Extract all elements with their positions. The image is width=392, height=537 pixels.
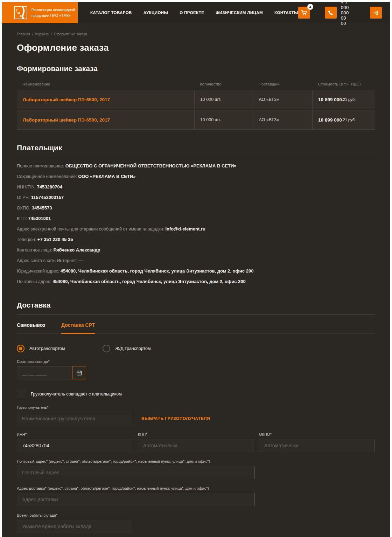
- phone-group: + 7 000 000 00 00: [325, 0, 349, 26]
- quantity-cell: 10 000 шт.: [200, 117, 221, 122]
- payer-section: Плательщик Полное наименование: ОБЩЕСТВО…: [17, 144, 375, 287]
- consignee-field: ВЫБРАТЬ ГРУЗОПОЛУЧАТЕЛЯ: [17, 412, 375, 425]
- radio-dot: [103, 345, 110, 352]
- column-header-price: Стоимость (в т.ч. НДС): [313, 82, 375, 86]
- svg-text:К: К: [20, 14, 22, 18]
- phone-icon[interactable]: [325, 7, 337, 19]
- codes-row: ИНН* КПП* ОКПО*: [17, 425, 375, 452]
- column-header-qty: Количество: [194, 82, 253, 86]
- column-header-supplier: Поставщик: [253, 82, 313, 86]
- page: Т М К Реализация неликвидной продукции П…: [2, 2, 390, 537]
- payer-field: Адрес электронной почты для отправки соо…: [17, 224, 375, 234]
- calendar-icon: [76, 370, 82, 376]
- app-header: Т М К Реализация неликвидной продукции П…: [2, 2, 390, 23]
- cart-button[interactable]: 4: [298, 7, 310, 19]
- page-title: Оформление заказа: [17, 42, 375, 53]
- transport-radios: Автотранспортом Ж/Д транспортом: [17, 345, 375, 352]
- payer-field: Контактное лицо: Рябченко Александр: [17, 245, 375, 255]
- table-row: Лабораторный шейкер ПЭ-6500, 2017 10 000…: [17, 110, 375, 130]
- payer-field: ОКПО: 34545573: [17, 203, 375, 213]
- tab-pickup[interactable]: Самовывоз: [17, 322, 45, 333]
- product-link[interactable]: Лабораторный шейкер ПЭ-6500, 2017: [23, 117, 110, 123]
- delivery-tabs: Самовывоз Доставка CPT: [17, 322, 375, 333]
- warehouse-hours-label: Время работы склада*: [17, 513, 375, 517]
- inn-input[interactable]: [17, 439, 132, 452]
- calendar-button[interactable]: [72, 366, 86, 379]
- breadcrumb-separator: /: [32, 32, 33, 36]
- logout-icon: [373, 10, 379, 16]
- okpo-input[interactable]: [259, 439, 374, 452]
- nav-item-catalog[interactable]: КАТАЛОГ ТОВАРОВ: [90, 11, 132, 15]
- table-row: Лабораторный шейкер ПЭ-6500, 2017 10 000…: [17, 90, 375, 109]
- breadcrumb-current: Оформление заказа: [54, 32, 87, 36]
- tab-delivery-cpt[interactable]: Доставка CPT: [61, 322, 95, 334]
- consignee-input[interactable]: [17, 412, 132, 425]
- nav-item-about[interactable]: О ПРОЕКТЕ: [180, 11, 204, 15]
- checkbox-box: [17, 390, 25, 398]
- radio-auto-transport[interactable]: Автотранспортом: [17, 345, 65, 352]
- postal-address-label: Почтовый адрес* (индекс*, страна*, облас…: [17, 459, 375, 463]
- payer-details: Полное наименование: ОБЩЕСТВО С ОГРАНИЧЕ…: [17, 161, 375, 287]
- inn-label: ИНН*: [17, 432, 132, 436]
- radio-rail-transport[interactable]: Ж/Д транспортом: [103, 345, 150, 352]
- payer-field: ИНН/TIN: 7453280704: [17, 182, 375, 192]
- logout-button[interactable]: [370, 7, 382, 19]
- breadcrumb-cart[interactable]: Корзина: [35, 32, 49, 36]
- payer-field: КПП: 745301001: [17, 213, 375, 224]
- order-table-header: Наименование Количество Поставщик Стоимо…: [17, 78, 375, 90]
- column-header-name: Наименование: [17, 82, 194, 86]
- cart-badge: 4: [307, 4, 313, 10]
- kpp-input[interactable]: [138, 439, 253, 452]
- payer-field: Юридический адрес: 454080, Челябинская о…: [17, 266, 375, 276]
- radio-dot: [17, 345, 24, 352]
- warehouse-hours-input[interactable]: [17, 520, 132, 533]
- header-phone-number: + 7 000 000 00 00: [341, 0, 349, 26]
- delivery-section-title: Доставка: [17, 301, 375, 309]
- payer-field: Полное наименование: ОБЩЕСТВО С ОГРАНИЧЕ…: [17, 161, 375, 171]
- payer-field: Телефон: +7 351 220 45 35: [17, 234, 375, 245]
- consignee-label: Грузополучатель*: [17, 405, 375, 409]
- supplier-cell: АО «ВТЗ»: [259, 117, 279, 122]
- breadcrumb-separator: /: [51, 32, 52, 36]
- choose-consignee-link[interactable]: ВЫБРАТЬ ГРУЗОПОЛУЧАТЕЛЯ: [141, 416, 210, 421]
- payer-field: ОГРН: 1157453003157: [17, 192, 375, 203]
- main-content: Главная / Корзина / Оформление заказа Оф…: [2, 23, 390, 537]
- quantity-cell: 10 000 шт.: [200, 97, 221, 102]
- nav-item-individuals[interactable]: ФИЗИЧЕСКИМ ЛИЦАМ: [216, 11, 263, 15]
- price-cell: 10 899 000.21 руб.: [312, 110, 375, 129]
- supplier-cell: АО «ВТЗ»: [259, 97, 279, 102]
- deadline-label: Срок поставки до*: [17, 359, 375, 364]
- tmk-logo-icon: Т М К: [14, 6, 27, 19]
- product-link[interactable]: Лабораторный шейкер ПЭ-6500, 2017: [23, 97, 110, 102]
- consignee-same-checkbox[interactable]: Грузополучатель совпадает с плательщиком: [17, 390, 375, 398]
- delivery-address-label: Адрес доставки* (индекс*, страна*, облас…: [17, 486, 375, 490]
- kpp-label: КПП*: [138, 432, 253, 436]
- divider: [17, 157, 375, 157]
- logo-tagline: Реализация неликвидной продукции ПАО «ТМ…: [31, 7, 75, 19]
- delivery-date-input[interactable]: [17, 366, 72, 379]
- payer-field: Почтовый адрес: 454080, Челябинская обла…: [17, 276, 375, 287]
- price-cell: 10 899 000.21 руб.: [312, 90, 375, 109]
- delivery-address-input[interactable]: [17, 493, 255, 506]
- order-section-title: Формирование заказа: [17, 64, 375, 73]
- okpo-label: ОКПО*: [259, 432, 374, 436]
- tmk-logo[interactable]: Т М К Реализация неликвидной продукции П…: [2, 2, 78, 23]
- main-nav: КАТАЛОГ ТОВАРОВ АУКЦИОНЫ О ПРОЕКТЕ ФИЗИЧ…: [90, 2, 298, 23]
- order-table: Наименование Количество Поставщик Стоимо…: [17, 78, 375, 130]
- order-section: Формирование заказа Наименование Количес…: [17, 64, 375, 130]
- payer-field: Сокращенное наименование: ООО «РЕКЛАМА В…: [17, 171, 375, 182]
- header-right: 4 + 7 000 000 00 00: [298, 2, 390, 23]
- payer-field: Адрес сайта в сети Интернет: —: [17, 255, 375, 266]
- breadcrumb: Главная / Корзина / Оформление заказа: [17, 32, 375, 36]
- delivery-section: Доставка Самовывоз Доставка CPT Автотран…: [17, 301, 375, 537]
- payer-section-title: Плательщик: [17, 144, 375, 152]
- deadline-field: [17, 366, 375, 379]
- divider: [17, 314, 375, 315]
- breadcrumb-home[interactable]: Главная: [17, 32, 30, 36]
- nav-item-contacts[interactable]: КОНТАКТЫ: [274, 11, 298, 15]
- postal-address-input[interactable]: [17, 466, 255, 479]
- nav-item-auctions[interactable]: АУКЦИОНЫ: [144, 11, 168, 15]
